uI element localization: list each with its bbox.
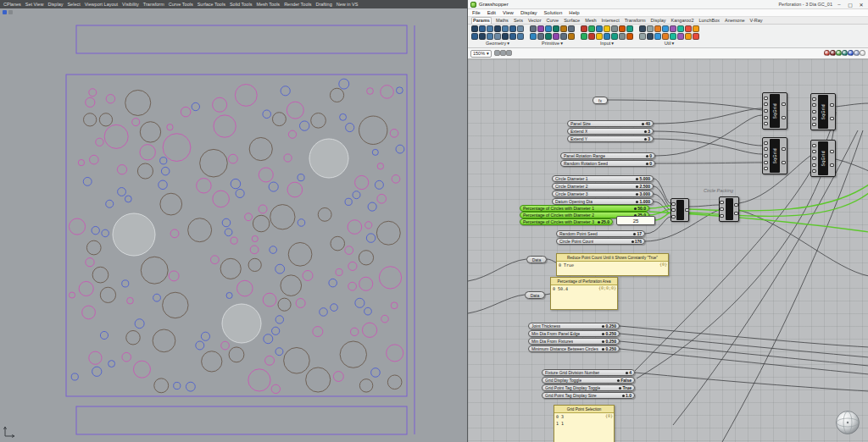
component-icon[interactable] xyxy=(619,33,626,40)
toolbar-icon[interactable] xyxy=(506,50,512,56)
menu-item[interactable]: Help xyxy=(569,10,579,15)
component[interactable]: SqGrid xyxy=(810,140,836,177)
rhino-menu-item[interactable]: Display xyxy=(47,2,63,7)
input-pin[interactable] xyxy=(812,163,816,167)
slider-handle-icon[interactable] xyxy=(619,387,621,390)
tab-display[interactable]: Display xyxy=(650,18,667,24)
component-icon[interactable] xyxy=(560,25,567,32)
component-icon[interactable] xyxy=(626,33,633,40)
output-pin[interactable] xyxy=(782,102,786,106)
tab-transform[interactable]: Transform xyxy=(624,18,647,24)
data-panel[interactable]: Percentage of Perforation Area{0;0;0}0 5… xyxy=(550,277,618,310)
component-icon[interactable] xyxy=(553,25,559,32)
input-pin[interactable] xyxy=(764,141,768,145)
tab-kangaroo2[interactable]: Kangaroo2 xyxy=(670,18,695,24)
input-pin[interactable] xyxy=(671,208,676,212)
navigation-ball[interactable] xyxy=(835,410,860,435)
rhino-menu-item[interactable]: New in VS xyxy=(337,2,359,7)
component-icon[interactable] xyxy=(611,33,618,40)
component-icon[interactable] xyxy=(545,33,552,40)
toolbar-icon[interactable] xyxy=(824,50,830,56)
input-pin[interactable] xyxy=(671,215,676,218)
component-icon[interactable] xyxy=(654,25,661,32)
number-slider[interactable]: Grid Display ToggleFalse xyxy=(542,377,635,384)
output-pin[interactable] xyxy=(830,150,834,153)
toolbar-icon[interactable] xyxy=(848,50,854,56)
tab-vector[interactable]: Vector xyxy=(527,18,542,24)
ribbon-category[interactable]: Util▾ xyxy=(665,41,675,46)
tab-sets[interactable]: Sets xyxy=(513,18,524,24)
component-icon[interactable] xyxy=(693,25,699,32)
component-icon[interactable] xyxy=(487,33,493,40)
data-node[interactable]: Data xyxy=(526,256,547,263)
slider-handle-icon[interactable] xyxy=(622,395,625,397)
slider-handle-icon[interactable] xyxy=(644,138,647,141)
slider-handle-icon[interactable] xyxy=(642,123,644,125)
input-pin[interactable] xyxy=(812,110,816,113)
menu-item[interactable]: View xyxy=(503,10,514,15)
component-icon[interactable] xyxy=(560,33,567,40)
number-slider[interactable]: Grid Point Tag Display Size1.0 xyxy=(542,392,635,399)
output-pin[interactable] xyxy=(830,103,834,107)
input-pin[interactable] xyxy=(720,214,724,218)
component-icon[interactable] xyxy=(647,33,654,40)
component-icon[interactable] xyxy=(581,33,587,40)
toolbar-icon[interactable] xyxy=(836,50,842,56)
component-icon[interactable] xyxy=(596,25,603,32)
input-pin[interactable] xyxy=(720,201,724,204)
toolbar-icon[interactable] xyxy=(860,50,865,56)
component-icon[interactable] xyxy=(662,33,669,40)
menu-item[interactable]: Display xyxy=(520,10,537,15)
component-icon[interactable] xyxy=(639,25,646,32)
input-pin[interactable] xyxy=(812,144,816,147)
number-slider[interactable]: Random Point Seed17 xyxy=(556,230,645,237)
toolbar-icon[interactable] xyxy=(500,50,506,56)
input-pin[interactable] xyxy=(764,97,768,100)
rhino-menu-item[interactable]: Solid Tools xyxy=(230,2,253,7)
slider-handle-icon[interactable] xyxy=(602,333,604,335)
grasshopper-canvas[interactable]: Panel Size40Extend X3Extend Y3Panel Rota… xyxy=(468,59,868,442)
component-icon[interactable] xyxy=(553,33,559,40)
tab-lunchbox[interactable]: LunchBox xyxy=(698,18,721,24)
tab-params[interactable]: Params xyxy=(471,17,492,24)
number-slider[interactable]: Min Dia From Fixtures0.250 xyxy=(528,338,620,345)
component[interactable]: SqGrid xyxy=(762,137,787,174)
component-icon[interactable] xyxy=(581,25,587,32)
rhino-menu-item[interactable]: Transform xyxy=(143,2,164,7)
component-icon[interactable] xyxy=(670,25,676,32)
number-slider[interactable]: Joint Thickness0.250 xyxy=(528,323,620,329)
input-pin[interactable] xyxy=(812,169,816,173)
viewport-tab-icon[interactable] xyxy=(3,10,7,14)
tab-surface[interactable]: Surface xyxy=(563,18,581,24)
input-pin[interactable] xyxy=(720,207,724,211)
output-pin[interactable] xyxy=(782,161,786,164)
rhino-viewport[interactable] xyxy=(0,8,467,442)
component[interactable]: SqGrid xyxy=(762,92,787,130)
number-slider[interactable]: Circle Point Count176 xyxy=(556,238,645,245)
input-pin[interactable] xyxy=(812,123,816,126)
maximize-button[interactable]: ▢ xyxy=(846,2,854,8)
slider-handle-icon[interactable] xyxy=(634,207,637,210)
menu-item[interactable]: File xyxy=(472,10,481,15)
slider-handle-icon[interactable] xyxy=(636,193,638,196)
component-icon[interactable] xyxy=(677,33,684,40)
slider-handle-icon[interactable] xyxy=(636,178,638,180)
component-icon[interactable] xyxy=(685,25,692,32)
component-icon[interactable] xyxy=(494,33,501,40)
component-icon[interactable] xyxy=(647,25,654,32)
output-pin[interactable] xyxy=(734,203,738,207)
component-icon[interactable] xyxy=(611,25,618,32)
slider-handle-icon[interactable] xyxy=(602,325,604,328)
component-icon[interactable] xyxy=(693,33,699,40)
input-pin[interactable] xyxy=(764,154,768,157)
output-pin[interactable] xyxy=(782,116,786,119)
viewport-menu-icon[interactable] xyxy=(8,10,13,14)
component-icon[interactable] xyxy=(517,33,524,40)
minimize-button[interactable]: – xyxy=(835,2,843,7)
rhino-menu-item[interactable]: Render Tools xyxy=(284,2,311,7)
rhino-menu-item[interactable]: Viewport Layout xyxy=(85,2,118,7)
input-pin[interactable] xyxy=(671,202,676,206)
number-slider[interactable]: Panel Rotation Range0 xyxy=(560,152,655,159)
close-button[interactable]: ✕ xyxy=(857,2,865,8)
number-slider[interactable]: Min Dia From Panel Edge0.250 xyxy=(528,330,620,337)
